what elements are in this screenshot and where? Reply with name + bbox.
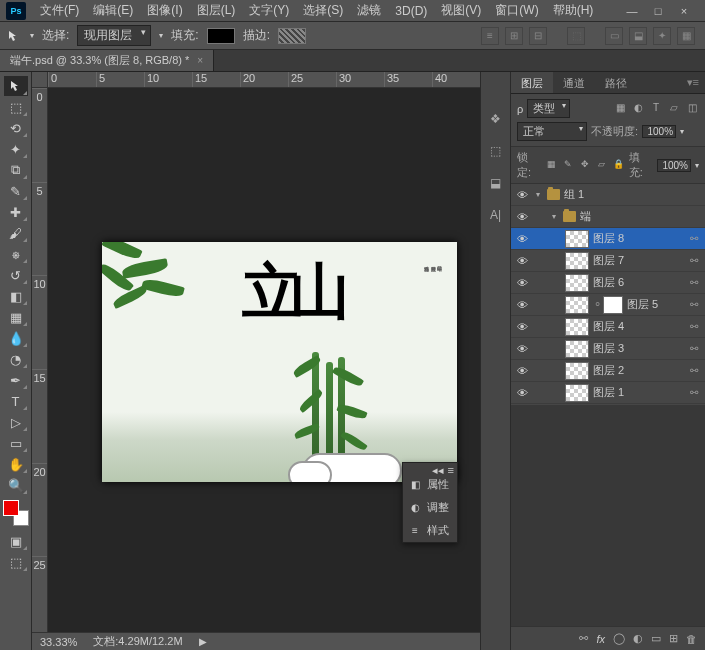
flyout-styles[interactable]: ≡样式 xyxy=(403,519,457,542)
layer-thumb[interactable] xyxy=(565,252,589,270)
close-tab-icon[interactable]: × xyxy=(197,55,203,66)
align-icon[interactable]: ⊟ xyxy=(529,27,547,45)
color-swatches[interactable] xyxy=(3,500,29,526)
mode-icon[interactable]: ⬓ xyxy=(629,27,647,45)
filter-pixel-icon[interactable]: ▦ xyxy=(613,102,627,116)
layer-select-dropdown[interactable]: 现用图层 xyxy=(77,25,151,46)
fill-value[interactable]: 100% xyxy=(657,159,691,172)
crop-tool[interactable]: ⧉ xyxy=(4,160,28,180)
flyout-adjustments[interactable]: ◐调整 xyxy=(403,496,457,519)
twirl-icon[interactable]: ▾ xyxy=(533,190,543,199)
blend-mode-dropdown[interactable]: 正常 xyxy=(517,122,587,141)
gradient-tool[interactable]: ▦ xyxy=(4,307,28,327)
visibility-icon[interactable]: 👁 xyxy=(515,189,529,201)
lock-artboard-icon[interactable]: ▱ xyxy=(595,159,608,172)
visibility-icon[interactable]: 👁 xyxy=(515,343,529,355)
visibility-icon[interactable]: 👁 xyxy=(515,277,529,289)
collapsed-panel-icon[interactable]: ⬚ xyxy=(487,142,505,160)
mask-icon[interactable]: ◯ xyxy=(613,632,625,645)
twirl-icon[interactable]: ▾ xyxy=(549,212,559,221)
close-button[interactable]: × xyxy=(677,5,691,17)
link-icon[interactable]: ⚯ xyxy=(690,387,701,398)
menu-help[interactable]: 帮助(H) xyxy=(547,0,600,21)
layer-row[interactable]: 👁 图层 8 ⚯ xyxy=(511,228,705,250)
type-tool[interactable]: T xyxy=(4,391,28,411)
chevron-down-icon[interactable]: ▾ xyxy=(30,31,34,40)
stamp-tool[interactable]: ⎈ xyxy=(4,244,28,264)
menu-filter[interactable]: 滤镜 xyxy=(351,0,387,21)
layer-mask-thumb[interactable] xyxy=(603,296,623,314)
distribute-icon[interactable]: ⬚ xyxy=(567,27,585,45)
group-icon[interactable]: ▭ xyxy=(651,632,661,645)
layer-thumb[interactable] xyxy=(565,340,589,358)
zoom-level[interactable]: 33.33% xyxy=(40,636,77,648)
lock-position-icon[interactable]: ✥ xyxy=(579,159,592,172)
opacity-value[interactable]: 100% xyxy=(642,125,676,138)
link-icon[interactable]: ⚯ xyxy=(690,321,701,332)
lock-pixels-icon[interactable]: ✎ xyxy=(562,159,575,172)
document-tab[interactable]: 端午.psd @ 33.3% (图层 8, RGB/8) * × xyxy=(0,50,214,71)
layer-row[interactable]: 👁 ⚬ 图层 5 ⚯ xyxy=(511,294,705,316)
pen-tool[interactable]: ✒ xyxy=(4,370,28,390)
zoom-tool[interactable]: 🔍 xyxy=(4,475,28,495)
layer-group[interactable]: 👁 ▾ 组 1 xyxy=(511,184,705,206)
collapsed-panel-icon[interactable]: A| xyxy=(487,206,505,224)
link-icon[interactable]: ⚯ xyxy=(690,299,701,310)
align-icon[interactable]: ≡ xyxy=(481,27,499,45)
eyedropper-tool[interactable]: ✎ xyxy=(4,181,28,201)
menu-window[interactable]: 窗口(W) xyxy=(489,0,544,21)
link-icon[interactable]: ⚯ xyxy=(690,277,701,288)
menu-select[interactable]: 选择(S) xyxy=(297,0,349,21)
canvas-area[interactable]: 0510152025303540 0510152025 立山 端午佳節龍舟競渡粽… xyxy=(32,72,480,650)
shape-tool[interactable]: ▭ xyxy=(4,433,28,453)
fill-swatch[interactable] xyxy=(207,28,235,44)
visibility-icon[interactable]: 👁 xyxy=(515,255,529,267)
visibility-icon[interactable]: 👁 xyxy=(515,233,529,245)
layer-row[interactable]: 👁 图层 2 ⚯ xyxy=(511,360,705,382)
filter-kind-dropdown[interactable]: 类型 xyxy=(527,99,570,118)
wand-tool[interactable]: ✦ xyxy=(4,139,28,159)
link-icon[interactable]: ⚯ xyxy=(690,343,701,354)
stroke-swatch[interactable] xyxy=(278,28,306,44)
filter-adjust-icon[interactable]: ◐ xyxy=(631,102,645,116)
path-tool[interactable]: ▷ xyxy=(4,412,28,432)
visibility-icon[interactable]: 👁 xyxy=(515,321,529,333)
menu-view[interactable]: 视图(V) xyxy=(435,0,487,21)
layer-thumb[interactable] xyxy=(565,274,589,292)
visibility-icon[interactable]: 👁 xyxy=(515,365,529,377)
menu-layer[interactable]: 图层(L) xyxy=(191,0,242,21)
tab-channels[interactable]: 通道 xyxy=(553,72,595,93)
menu-image[interactable]: 图像(I) xyxy=(141,0,188,21)
link-layers-icon[interactable]: ⚯ xyxy=(579,632,588,645)
flyout-properties[interactable]: ◧属性 xyxy=(403,473,457,496)
history-brush-tool[interactable]: ↺ xyxy=(4,265,28,285)
align-icon[interactable]: ⊞ xyxy=(505,27,523,45)
chevron-down-icon[interactable]: ▾ xyxy=(159,31,163,40)
brush-tool[interactable]: 🖌 xyxy=(4,223,28,243)
link-icon[interactable]: ⚯ xyxy=(690,233,701,244)
tab-layers[interactable]: 图层 xyxy=(511,72,553,93)
layer-row[interactable]: 👁 图层 3 ⚯ xyxy=(511,338,705,360)
menu-type[interactable]: 文字(Y) xyxy=(243,0,295,21)
visibility-icon[interactable]: 👁 xyxy=(515,299,529,311)
status-menu-icon[interactable]: ▶ xyxy=(199,636,207,647)
eraser-tool[interactable]: ◧ xyxy=(4,286,28,306)
hand-tool[interactable]: ✋ xyxy=(4,454,28,474)
layer-row[interactable]: 👁 图层 4 ⚯ xyxy=(511,316,705,338)
layer-thumb[interactable] xyxy=(565,318,589,336)
layer-row[interactable]: 👁 图层 1 ⚯ xyxy=(511,382,705,404)
visibility-icon[interactable]: 👁 xyxy=(515,211,529,223)
screen-mode-tool[interactable]: ⬚ xyxy=(4,552,28,572)
layer-row[interactable]: 👁 图层 7 ⚯ xyxy=(511,250,705,272)
menu-3d[interactable]: 3D(D) xyxy=(389,2,433,20)
menu-file[interactable]: 文件(F) xyxy=(34,0,85,21)
adjustment-icon[interactable]: ◐ xyxy=(633,632,643,645)
menu-edit[interactable]: 编辑(E) xyxy=(87,0,139,21)
layer-thumb[interactable] xyxy=(565,384,589,402)
marquee-tool[interactable]: ⬚ xyxy=(4,97,28,117)
lasso-tool[interactable]: ⟲ xyxy=(4,118,28,138)
new-layer-icon[interactable]: ⊞ xyxy=(669,632,678,645)
maximize-button[interactable]: □ xyxy=(651,5,665,17)
blur-tool[interactable]: 💧 xyxy=(4,328,28,348)
filter-shape-icon[interactable]: ▱ xyxy=(667,102,681,116)
